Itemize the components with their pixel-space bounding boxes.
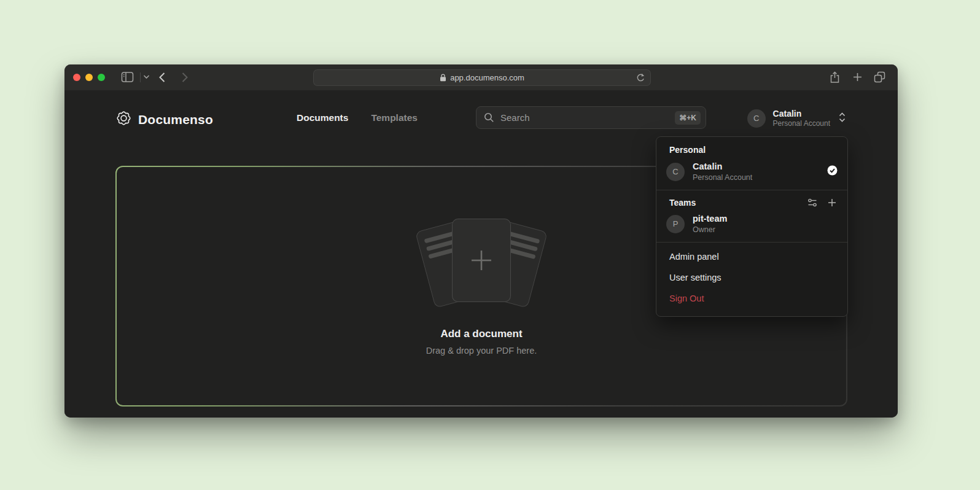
lock-icon	[440, 74, 446, 82]
brand[interactable]: Documenso	[115, 110, 213, 129]
avatar: C	[666, 163, 685, 181]
nav-documents[interactable]: Documents	[297, 112, 348, 123]
chevrons-up-down-icon	[839, 112, 846, 125]
document-card-center	[452, 219, 511, 302]
share-icon[interactable]	[830, 71, 840, 84]
team-role: Owner	[693, 225, 727, 234]
zoom-window-button[interactable]	[98, 74, 105, 81]
dropzone-title: Add a document	[440, 328, 522, 340]
search-input[interactable]	[500, 112, 675, 123]
dropzone-subtitle: Drag & drop your PDF here.	[426, 346, 537, 356]
menu-item-user-settings[interactable]: User settings	[656, 267, 847, 288]
reload-icon[interactable]	[636, 73, 645, 83]
document-stack-illustration	[405, 217, 558, 309]
browser-toolbar: app.documenso.com	[64, 64, 898, 90]
tab-overview-icon[interactable]	[874, 71, 885, 83]
menu-item-admin-panel[interactable]: Admin panel	[656, 246, 847, 267]
documenso-logo-icon	[115, 110, 132, 129]
add-team-icon[interactable]	[828, 198, 836, 207]
toolbar-divider	[140, 72, 141, 82]
close-window-button[interactable]	[73, 74, 80, 81]
personal-account-subtitle: Personal Account	[693, 173, 752, 182]
personal-account-item[interactable]: C Catalin Personal Account	[656, 160, 847, 190]
search-icon	[484, 112, 494, 123]
menu-item-sign-out[interactable]: Sign Out	[656, 288, 847, 309]
forward-button-icon[interactable]	[181, 72, 189, 83]
plus-icon	[468, 247, 495, 274]
new-tab-icon[interactable]	[853, 72, 862, 82]
teams-section-label: Teams	[669, 198, 696, 208]
address-bar[interactable]: app.documenso.com	[313, 69, 651, 86]
url-text: app.documenso.com	[450, 73, 524, 82]
search-bar[interactable]: ⌘+K	[476, 106, 706, 129]
avatar: P	[666, 215, 685, 233]
main-nav: Documents Templates	[297, 112, 418, 123]
teams-section-header: Teams	[656, 190, 847, 212]
chevron-down-icon[interactable]	[143, 74, 150, 79]
nav-templates[interactable]: Templates	[371, 112, 418, 123]
brand-name: Documenso	[138, 112, 213, 127]
browser-window: app.documenso.com	[64, 64, 898, 418]
dropdown-actions: Admin panel User settings Sign Out	[656, 243, 847, 314]
avatar: C	[747, 109, 766, 128]
team-name: pit-team	[693, 214, 727, 224]
personal-section-label: Personal	[656, 137, 847, 160]
selected-check-icon	[827, 165, 838, 178]
account-menu-trigger[interactable]: C Catalin Personal Account	[747, 109, 846, 128]
traffic-lights	[73, 74, 105, 81]
sidebar-toggle-icon[interactable]	[121, 71, 134, 83]
personal-account-name: Catalin	[693, 161, 752, 172]
account-subtitle: Personal Account	[773, 120, 830, 128]
minimize-window-button[interactable]	[85, 74, 93, 81]
team-item[interactable]: P pit-team Owner	[656, 212, 847, 242]
app-header: Documenso Documents Templates ⌘+K C	[115, 104, 847, 132]
account-dropdown-menu: Personal C Catalin Personal Account Team…	[656, 136, 848, 317]
back-button-icon[interactable]	[158, 72, 166, 83]
search-shortcut-badge: ⌘+K	[675, 111, 701, 125]
app-page: Documenso Documents Templates ⌘+K C	[64, 90, 898, 418]
account-name: Catalin	[773, 109, 830, 119]
manage-teams-icon[interactable]	[807, 198, 817, 208]
